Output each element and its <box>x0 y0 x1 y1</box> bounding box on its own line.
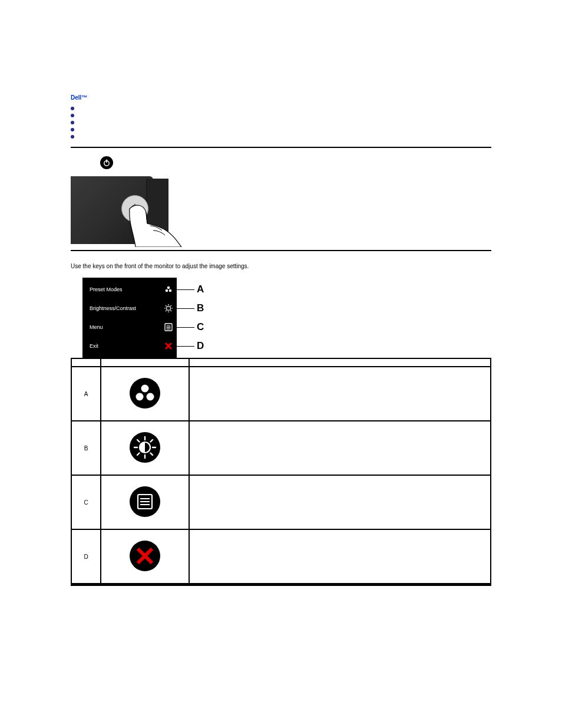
osd-row-exit: Exit D <box>82 337 177 355</box>
divider <box>71 584 491 586</box>
svg-point-6 <box>169 289 172 292</box>
table-cell-desc <box>189 475 491 529</box>
svg-line-12 <box>166 305 167 307</box>
osd-letter-a: A <box>197 284 204 295</box>
osd-label: Menu <box>90 324 103 330</box>
table-cell-letter: A <box>71 367 101 421</box>
monitor-illustration <box>71 176 171 244</box>
svg-point-5 <box>166 289 168 292</box>
brightness-icon <box>164 304 173 313</box>
osd-label: Brightness/Contrast <box>90 305 136 311</box>
table-cell-letter: B <box>71 421 101 475</box>
svg-line-32 <box>137 453 140 456</box>
osd-letter-b: B <box>197 302 204 314</box>
svg-line-33 <box>151 440 153 442</box>
table-header-letter <box>71 358 101 367</box>
svg-point-24 <box>147 393 154 401</box>
table-cell-desc <box>189 529 491 584</box>
menu-icon <box>164 322 173 332</box>
table-row: B <box>71 421 491 475</box>
table-header-desc <box>189 358 491 367</box>
osd-row-brightness: Brightness/Contrast B <box>82 299 177 318</box>
table-cell-desc <box>189 367 491 421</box>
bullet-icon <box>71 121 74 124</box>
table-cell-icon <box>101 475 189 529</box>
osd-row-preset-modes: Preset Modes A <box>82 280 177 299</box>
power-icon <box>100 156 113 169</box>
svg-line-15 <box>171 305 172 307</box>
svg-point-23 <box>136 393 144 401</box>
osd-label: Preset Modes <box>90 286 123 292</box>
preset-modes-icon <box>130 378 160 409</box>
bullet-icon <box>71 128 74 131</box>
bullet-icon <box>71 114 74 117</box>
front-panel-key-table: A B <box>71 358 491 584</box>
bullet-icon <box>71 135 74 139</box>
power-figure <box>71 156 491 244</box>
osd-letter-d: D <box>197 340 204 352</box>
brand-label: Dell™ <box>71 94 87 101</box>
svg-line-31 <box>151 453 153 456</box>
table-row: A <box>71 367 491 421</box>
osd-row-menu: Menu C <box>82 318 177 337</box>
table-cell-icon <box>101 421 189 475</box>
osd-letter-c: C <box>197 321 204 333</box>
finger-illustration <box>118 200 183 247</box>
exit-icon <box>130 541 160 571</box>
osd-label: Exit <box>90 343 98 349</box>
menu-icon <box>130 486 160 517</box>
svg-point-4 <box>167 286 170 289</box>
svg-point-22 <box>141 385 149 393</box>
svg-line-30 <box>137 440 140 442</box>
table-header-icon <box>101 358 189 367</box>
table-cell-icon <box>101 367 189 421</box>
table-cell-icon <box>101 529 189 584</box>
divider <box>71 147 491 148</box>
table-cell-letter: D <box>71 529 101 584</box>
svg-line-14 <box>166 311 167 312</box>
table-cell-desc <box>189 421 491 475</box>
table-row: C <box>71 475 491 529</box>
preset-modes-icon <box>164 285 173 294</box>
bullet-icon <box>71 107 74 110</box>
divider <box>71 250 491 251</box>
table-row: D <box>71 529 491 584</box>
exit-icon <box>164 341 173 351</box>
svg-line-13 <box>171 311 172 312</box>
table-of-contents <box>71 107 491 139</box>
osd-panel: Preset Modes A Brightness/Contrast <box>82 278 177 358</box>
front-panel-text: Use the keys on the front of the monitor… <box>71 263 491 269</box>
brightness-icon <box>130 432 160 463</box>
table-cell-letter: C <box>71 475 101 529</box>
